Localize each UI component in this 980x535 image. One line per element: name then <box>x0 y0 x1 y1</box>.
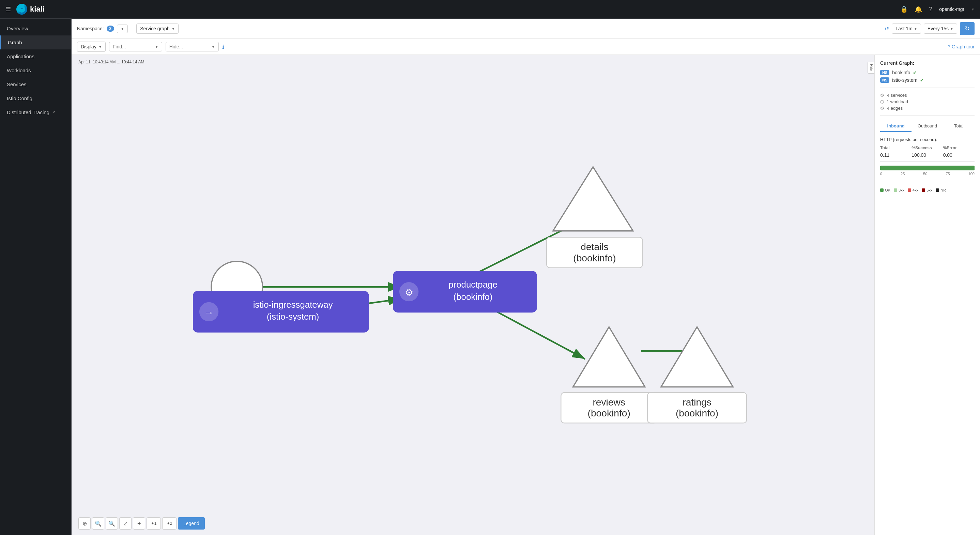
toolbar-separator <box>132 24 132 34</box>
zoom-out-btn[interactable]: 🔍 <box>106 517 118 530</box>
display-chevron: ▼ <box>99 45 102 49</box>
nav-right: 🔒 🔔 ? opentlc-mgr ▼ <box>900 5 975 13</box>
node-reviews-triangle[interactable] <box>573 327 645 387</box>
sidebar-item-overview[interactable]: Overview <box>0 21 71 35</box>
graph-bottom-toolbar: ⊕ 🔍 🔍 ⤢ ✦ ✦1 ✦2 Legend <box>78 517 205 530</box>
layout-2-btn[interactable]: ✦2 <box>162 517 177 530</box>
user-dropdown-chevron[interactable]: ▼ <box>971 8 975 11</box>
node-details-label1: details <box>581 241 608 252</box>
time-range-label: Last 1m <box>896 26 913 31</box>
hide-input[interactable] <box>169 44 210 49</box>
time-range-chevron: ▼ <box>914 27 917 31</box>
stats-row-services: ⚙ 4 services <box>880 93 975 98</box>
http-val-total: 0.11 <box>880 152 912 158</box>
legend-item-5xx: 5xx <box>922 188 932 192</box>
graph-tour-button[interactable]: ? Graph tour <box>948 44 975 49</box>
help-icon[interactable]: ? <box>929 6 932 13</box>
hamburger-menu[interactable]: ☰ <box>5 5 11 13</box>
lock-icon: 🔒 <box>900 5 908 13</box>
info-icon[interactable]: ℹ <box>222 44 224 50</box>
find-input-wrapper[interactable]: ▼ <box>109 42 162 51</box>
stats-row-workload: ⬡ 1 workload <box>880 99 975 104</box>
top-nav: ☰ kiali 🔒 🔔 ? opentlc-mgr ▼ <box>0 0 980 19</box>
http-col-error: %Error <box>943 145 975 150</box>
graph-area[interactable]: Apr 11, 10:43:14 AM ... 10:44:14 AM Hide <box>72 55 874 535</box>
sidebar-item-workloads[interactable]: Workloads <box>0 64 71 77</box>
bar-axis-75: 75 <box>946 172 950 176</box>
tab-inbound[interactable]: Inbound <box>880 121 912 132</box>
sidebar: Overview Graph Applications Workloads Se… <box>0 19 72 535</box>
external-link-icon: ↗ <box>52 110 55 115</box>
bar-legend: OK 3xx 4xx 5xx <box>880 188 975 192</box>
graph-type-label: Service graph <box>140 26 169 31</box>
sidebar-item-distributed-tracing[interactable]: Distributed Tracing ↗ <box>0 105 71 119</box>
display-dropdown[interactable]: Display ▼ <box>77 41 106 52</box>
ns-row-bookinfo: NS bookinfo ✔ <box>880 70 975 75</box>
toolbar-row2: Display ▼ ▼ ▼ ℹ ? Graph tour <box>72 39 980 55</box>
services-icon: ⚙ <box>880 93 884 98</box>
sidebar-item-services[interactable]: Services <box>0 77 71 91</box>
sidebar-item-graph[interactable]: Graph <box>0 35 71 49</box>
ns-tag-istio-system: NS <box>880 77 889 83</box>
legend-item-4xx: 4xx <box>908 188 918 192</box>
logo-area: kiali <box>16 4 45 15</box>
hide-input-wrapper[interactable]: ▼ <box>165 42 219 51</box>
tab-outbound[interactable]: Outbound <box>912 121 943 132</box>
panel-tabs: Inbound Outbound Total <box>880 121 975 132</box>
sidebar-item-applications[interactable]: Applications <box>0 49 71 64</box>
main-layout: Overview Graph Applications Workloads Se… <box>0 19 980 535</box>
find-dropdown-chevron[interactable]: ▼ <box>155 45 158 49</box>
node-details-label2: (bookinfo) <box>573 253 616 263</box>
stats-row-edges: ⚙ 4 edges <box>880 106 975 111</box>
bar-axis: 0 25 50 75 100 <box>880 172 975 176</box>
node-productpage-label1: productpage <box>449 280 498 289</box>
graph-type-chevron: ▼ <box>172 27 175 31</box>
graph-type-dropdown[interactable]: Service graph ▼ <box>136 24 178 34</box>
logo-text: kiali <box>30 5 45 14</box>
http-title: HTTP (requests per second): <box>880 137 975 142</box>
http-val-success: 100.00 <box>912 152 943 158</box>
legend-label-4xx: 4xx <box>913 188 918 192</box>
history-icon: ↺ <box>885 25 889 32</box>
display-label: Display <box>81 44 96 49</box>
refresh-button[interactable]: ↻ <box>960 22 975 35</box>
namespace-label: Namespace: <box>77 26 104 31</box>
legend-label-5xx: 5xx <box>926 188 932 192</box>
node-ratings-label1: ratings <box>682 396 711 408</box>
zoom-in-btn[interactable]: 🔍 <box>92 517 104 530</box>
expand-btn[interactable]: ⤢ <box>119 517 132 530</box>
layout-1-btn[interactable]: ✦1 <box>146 517 161 530</box>
node-ratings-triangle[interactable] <box>661 327 733 387</box>
graph-svg: → istio-ingressgateway (istio-system) ⚙ … <box>72 55 874 535</box>
namespace-dropdown[interactable]: ▼ <box>117 24 128 33</box>
fit-graph-btn[interactable]: ⊕ <box>78 517 91 530</box>
ns-row-istio-system: NS istio-system ✔ <box>880 77 975 83</box>
sidebar-item-istio-config[interactable]: Istio Config <box>0 91 71 105</box>
refresh-controls: ↺ Last 1m ▼ Every 15s ▼ ↻ <box>885 22 975 35</box>
ns-tag-bookinfo: NS <box>880 70 889 75</box>
find-input[interactable] <box>113 44 154 49</box>
bar-fill-ok <box>880 166 975 170</box>
refresh-interval-btn[interactable]: Every 15s ▼ <box>924 24 957 34</box>
node-ingressgateway-icon-arrow: → <box>204 307 214 318</box>
time-range-btn[interactable]: Last 1m ▼ <box>892 24 921 34</box>
user-label[interactable]: opentlc-mgr <box>939 6 964 12</box>
node-ingressgateway-label2: (istio-system) <box>267 312 319 321</box>
bar-axis-100: 100 <box>969 172 975 176</box>
hide-panel-toggle[interactable]: Hide <box>867 62 874 73</box>
legend-button[interactable]: Legend <box>178 517 205 530</box>
node-details-triangle[interactable] <box>553 167 633 231</box>
bar-axis-25: 25 <box>900 172 905 176</box>
hide-dropdown-chevron[interactable]: ▼ <box>212 45 215 49</box>
legend-dot-4xx <box>908 188 911 192</box>
ns-chevron: ▼ <box>121 27 124 31</box>
current-graph-title: Current Graph: <box>880 61 975 66</box>
bar-axis-50: 50 <box>923 172 927 176</box>
bell-icon: 🔔 <box>915 5 922 13</box>
node-ratings-label2: (bookinfo) <box>676 408 718 419</box>
stats-workload: 1 workload <box>887 99 908 104</box>
legend-label-3xx: 3xx <box>899 188 904 192</box>
layout-btn[interactable]: ✦ <box>133 517 145 530</box>
tab-total[interactable]: Total <box>943 121 975 132</box>
bar-chart-area: 0 25 50 75 100 <box>880 166 975 186</box>
